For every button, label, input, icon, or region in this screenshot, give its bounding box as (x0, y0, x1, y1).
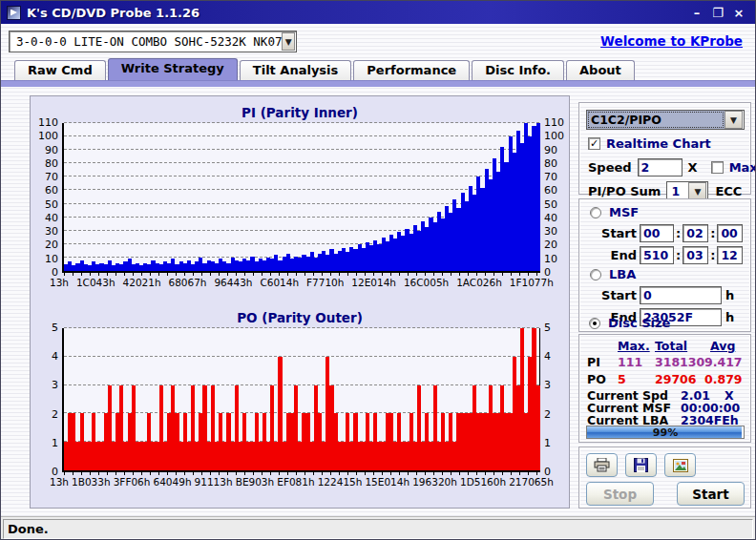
chevron-down-icon[interactable]: ▼ (282, 32, 295, 51)
po-chart-title: PO (Parity Outer) (31, 310, 569, 325)
speed-input[interactable] (638, 158, 682, 177)
po-yaxis-left: 012345 (31, 328, 62, 472)
pi-chart-title: PI (Parity Inner) (31, 105, 569, 120)
tab-about[interactable]: About (566, 60, 635, 80)
pi-chart: PI (Parity Inner) 0102030405060708090100… (31, 105, 569, 288)
chevron-down-icon[interactable]: ▼ (724, 111, 743, 129)
pi-plot-area (62, 123, 540, 273)
export-image-icon (673, 459, 688, 472)
lba-label: LBA (609, 267, 636, 281)
lba-start-input[interactable] (640, 286, 722, 304)
realtime-chart-label: Realtime Chart (606, 136, 711, 151)
pi-total-value: 318130 (655, 355, 704, 369)
stats-group: Max. Total Avg PI 111 318130 9.417 PO 5 … (578, 334, 751, 443)
pi-xaxis-ticks (64, 273, 540, 276)
separator: : (676, 248, 681, 262)
chart-bars (64, 328, 539, 470)
po-yaxis-right: 012345 (540, 328, 569, 472)
minimize-icon[interactable]: – (686, 6, 707, 20)
drive-select[interactable]: 3-0-0-0 LITE-ON COMBO SOHC-5232K NK07 ▼ (9, 31, 297, 52)
separator: : (710, 248, 715, 262)
realtime-chart-checkbox[interactable]: ✓ (588, 137, 600, 150)
max-speed-checkbox[interactable] (711, 161, 724, 174)
pi-yaxis-left: 0102030405060708090100110 (31, 123, 62, 273)
save-icon (634, 458, 648, 472)
po-row-label: PO (587, 372, 606, 386)
start-button[interactable]: Start (677, 482, 745, 506)
msf-start-min[interactable] (640, 224, 674, 242)
app-window: K's CD/DVD Probe 1.1.26 – ❐ × 3-0-0-0 LI… (0, 0, 756, 540)
disc-size-radio[interactable] (589, 318, 600, 329)
po-xaxis-labels: 13h1B033h3FF06h64049h91113hBE903hEF081h1… (50, 476, 554, 488)
po-total-value: 29706 (655, 372, 697, 386)
stats-header-total: Total (655, 339, 687, 353)
chart-bars (64, 123, 539, 271)
max-speed-label: Max (729, 160, 756, 175)
pi-max-value: 111 (618, 355, 642, 369)
speed-unit-label: X (688, 160, 698, 175)
actions-group: Stop Start (578, 447, 751, 509)
pipo-sum-label: PI/PO Sum (588, 184, 661, 198)
stats-header-max: Max. (618, 339, 650, 353)
msf-end-sec[interactable] (682, 246, 708, 264)
msf-label: MSF (609, 205, 639, 219)
printer-icon (594, 458, 610, 472)
tab-write-strategy[interactable]: Write Strategy (108, 58, 238, 80)
charts-panel: PI (Parity Inner) 0102030405060708090100… (30, 95, 570, 509)
print-button[interactable] (586, 453, 618, 477)
po-xaxis-ticks (64, 472, 540, 475)
msf-start-sec[interactable] (682, 224, 708, 242)
msf-end-label: End (579, 248, 637, 262)
lba-start-label: Start (579, 288, 637, 302)
tab-raw-cmd[interactable]: Raw Cmd (14, 60, 106, 80)
welcome-link[interactable]: Welcome to KProbe (600, 33, 743, 49)
progress-bar: 99% (586, 426, 745, 439)
msf-start-label: Start (579, 226, 637, 240)
po-chart: PO (Parity Outer) 012345 012345 13h1B033… (31, 310, 569, 488)
tab-tilt-analysis[interactable]: Tilt Analysis (240, 60, 351, 80)
pi-xaxis-labels: 13h1C043h42021h68067h96443hC6014hF7710h1… (50, 277, 554, 288)
title-bar: K's CD/DVD Probe 1.1.26 – ❐ × (1, 1, 755, 24)
save-button[interactable] (625, 453, 657, 477)
range-group: MSF Start : : End : : LBA Start h (578, 198, 751, 332)
pi-yaxis-right: 0102030405060708090100110 (540, 123, 569, 273)
lba-radio[interactable] (590, 269, 601, 280)
msf-end-min[interactable] (640, 246, 674, 264)
tab-disc-info[interactable]: Disc Info. (472, 60, 564, 80)
status-text: Done. (3, 519, 753, 539)
lba-unit-label: h (725, 288, 734, 302)
pipo-sum-value: 1 (667, 182, 688, 199)
separator: : (710, 226, 715, 240)
pipo-sum-select[interactable]: 1 ▼ (666, 181, 708, 200)
drive-select-value: 3-0-0-0 LITE-ON COMBO SOHC-5232K NK07 (10, 34, 282, 49)
lba-unit-label: h (725, 310, 734, 324)
stats-header-avg: Avg (710, 339, 735, 353)
mode-select[interactable]: C1C2/PIPO ▼ (586, 110, 745, 130)
close-icon[interactable]: × (728, 6, 749, 20)
app-icon (7, 6, 21, 20)
ecc-label: ECC (715, 184, 742, 198)
chart-controls-group: C1C2/PIPO ▼ ✓ Realtime Chart Speed X Max… (578, 102, 751, 195)
window-title: K's CD/DVD Probe 1.1.26 (27, 6, 686, 20)
po-plot-area (62, 328, 540, 472)
tab-bar: Raw Cmd Write Strategy Tilt Analysis Per… (14, 58, 637, 80)
mode-select-value: C1C2/PIPO (587, 111, 724, 129)
tab-performance[interactable]: Performance (353, 60, 470, 80)
disc-size-label: Disc Size (608, 316, 670, 330)
msf-end-frame[interactable] (717, 246, 743, 264)
po-max-value: 5 (618, 372, 626, 386)
tab-page-band (1, 80, 755, 87)
msf-start-frame[interactable] (717, 224, 743, 242)
pi-avg-value: 9.417 (704, 355, 743, 369)
export-image-button[interactable] (664, 453, 696, 477)
maximize-icon[interactable]: ❐ (707, 6, 728, 20)
msf-radio[interactable] (590, 207, 601, 218)
separator: : (676, 226, 681, 240)
status-bar: Done. (1, 516, 755, 540)
speed-label: Speed (588, 160, 632, 175)
pi-row-label: PI (587, 355, 600, 369)
progress-label: 99% (587, 426, 744, 439)
stop-button[interactable]: Stop (586, 482, 654, 506)
po-avg-value: 0.879 (704, 372, 743, 386)
